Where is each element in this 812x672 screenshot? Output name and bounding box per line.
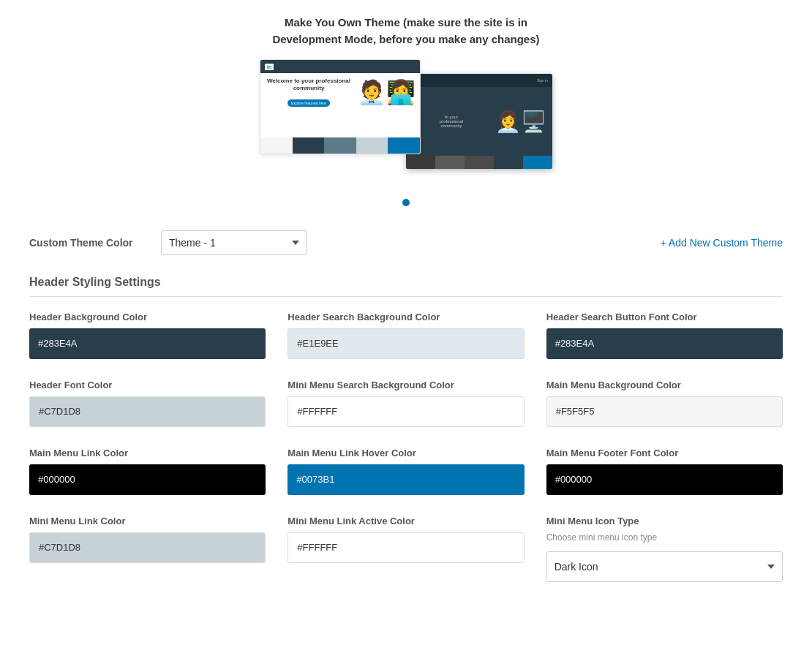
dark-theme-preview: in Sign in to yourprofessionalcommunity … [406,74,552,169]
join-button: Explore featured here [287,99,330,107]
icon-type-subtitle: Choose mini menu icon type [546,532,783,543]
custom-theme-row: Custom Theme Color Theme - 1 Theme - 2 +… [29,230,783,255]
color-label-header-font: Header Font Color [29,380,266,392]
color-label-mini-menu-link: Mini Menu Link Color [29,516,266,528]
theme-select[interactable]: Theme - 1 Theme - 2 [161,230,307,255]
color-field-main-menu-link: Main Menu Link Color #000000 [29,448,266,495]
light-preview-header: in [260,60,420,73]
dark-color-palette [406,156,552,169]
color-swatch-main-menu-link-hover[interactable]: #0073B1 [287,464,524,495]
dark-preview-body: to yourprofessionalcommunity 👩‍💼🖥️ [406,87,552,156]
color-field-header-font: Header Font Color #C7D1D8 [29,380,266,427]
custom-theme-label: Custom Theme Color [29,237,146,249]
color-input-header-search-bg[interactable]: #E1E9EE [287,328,524,359]
color-field-mini-menu-search-bg: Mini Menu Search Background Color #FFFFF… [287,380,524,427]
icon-type-select[interactable]: Dark IconLight Icon [546,551,783,582]
color-input-header-font[interactable]: #C7D1D8 [29,396,266,427]
color-field-mini-menu-icon-type: Mini Menu Icon Type Choose mini menu ico… [546,516,783,582]
color-label-mini-menu-link-active: Mini Menu Link Active Color [287,516,524,528]
color-field-mini-menu-link-active: Mini Menu Link Active Color #FFFFFF [287,516,524,582]
carousel-dot-active[interactable] [402,199,410,206]
color-input-mini-menu-search-bg[interactable]: #FFFFFF [287,396,524,427]
dark-preview-header: in Sign in [406,74,552,87]
color-field-main-menu-bg: Main Menu Background Color #F5F5F5 [546,380,783,427]
theme-preview: in Welcome to your professional communit… [260,59,552,187]
color-swatch-header-bg[interactable]: #283E4A [29,328,266,359]
light-illustration: 🧑‍💼👩‍💻 [357,78,416,107]
color-swatch-main-menu-link[interactable]: #000000 [29,464,266,495]
color-field-header-search-btn-font: Header Search Button Font Color #283E4A [546,312,783,359]
add-new-theme-link[interactable]: + Add New Custom Theme [661,237,783,249]
color-label-main-menu-link-hover: Main Menu Link Hover Color [287,448,524,460]
color-input-mini-menu-link-active[interactable]: #FFFFFF [287,532,524,563]
light-theme-preview: in Welcome to your professional communit… [260,59,421,154]
color-input-main-menu-bg[interactable]: #F5F5F5 [546,396,783,427]
color-label-header-bg: Header Background Color [29,312,266,324]
icon-type-title: Mini Menu Icon Type [546,516,783,526]
color-swatch-main-menu-footer-font[interactable]: #000000 [546,464,783,495]
carousel-dots [29,197,783,208]
color-field-header-bg: Header Background Color #283E4A [29,312,266,359]
hero-title: Make You Own Theme (make sure the site i… [29,15,783,48]
color-label-main-menu-footer-font: Main Menu Footer Font Color [546,448,783,460]
color-label-header-search-btn-font: Header Search Button Font Color [546,312,783,324]
logo: in [265,64,274,70]
section-title: Header Styling Settings [29,276,783,297]
hero-section: Make You Own Theme (make sure the site i… [29,15,783,208]
color-field-main-menu-link-hover: Main Menu Link Hover Color #0073B1 [287,448,524,495]
color-label-main-menu-bg: Main Menu Background Color [546,380,783,392]
page-wrapper: Make You Own Theme (make sure the site i… [0,0,812,611]
light-color-palette [260,137,420,154]
color-swatch-header-search-btn-font[interactable]: #283E4A [546,328,783,359]
dark-illustration: 👩‍💼🖥️ [495,110,546,134]
color-field-mini-menu-link: Mini Menu Link Color #C7D1D8 [29,516,266,582]
color-label-mini-menu-search-bg: Mini Menu Search Background Color [287,380,524,392]
welcome-text: Welcome to your professional community [265,78,353,93]
color-label-header-search-bg: Header Search Background Color [287,312,524,324]
color-field-header-search-bg: Header Search Background Color #E1E9EE [287,312,524,359]
colors-grid: Header Background Color #283E4A Header S… [29,312,783,582]
color-input-mini-menu-link[interactable]: #C7D1D8 [29,532,266,563]
color-field-main-menu-footer-font: Main Menu Footer Font Color #000000 [546,448,783,495]
light-preview-body: Welcome to your professional community E… [260,73,420,111]
header-styling-section: Header Styling Settings Header Backgroun… [29,276,783,582]
color-label-main-menu-link: Main Menu Link Color [29,448,266,460]
